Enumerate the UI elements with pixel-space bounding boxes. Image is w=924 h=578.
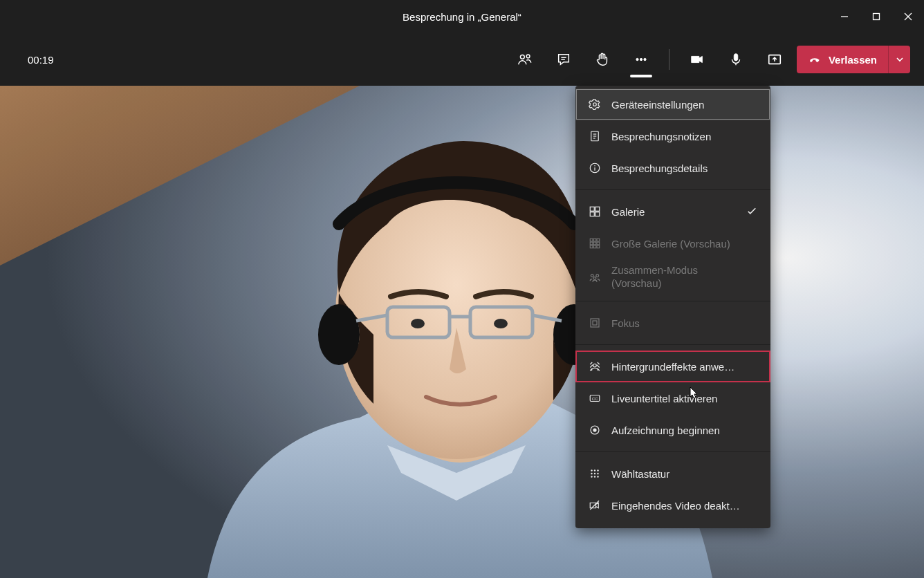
svg-point-49 bbox=[591, 274, 593, 277]
menu-meeting-details[interactable]: Besprechungsdetails bbox=[575, 152, 770, 184]
svg-rect-43 bbox=[590, 242, 593, 245]
grid-3x3-icon bbox=[588, 236, 602, 250]
close-button[interactable] bbox=[892, 0, 924, 33]
title-bar: Besprechung in „General“ bbox=[0, 0, 924, 33]
menu-background-effects[interactable]: Hintergrundeffekte anwe… bbox=[575, 351, 770, 382]
menu-label: Besprechungsnotizen bbox=[611, 131, 758, 142]
leave-dropdown[interactable] bbox=[888, 46, 910, 73]
check-icon bbox=[746, 205, 758, 219]
more-actions-button[interactable] bbox=[625, 43, 658, 76]
menu-together-mode: Zusammen-Modus (Vorschau) bbox=[575, 259, 770, 295]
menu-label: Eingehendes Video deakt… bbox=[611, 500, 758, 512]
svg-point-9 bbox=[640, 58, 642, 60]
menu-focus: Fokus bbox=[575, 307, 770, 339]
svg-point-27 bbox=[494, 319, 508, 328]
focus-icon bbox=[588, 316, 602, 330]
svg-point-51 bbox=[593, 277, 596, 280]
video-off-icon bbox=[588, 498, 602, 512]
menu-label: Große Galerie (Vorschau) bbox=[611, 238, 758, 250]
record-icon bbox=[588, 423, 602, 437]
svg-rect-44 bbox=[593, 242, 596, 245]
svg-rect-36 bbox=[590, 207, 594, 211]
menu-label: Fokus bbox=[611, 317, 758, 329]
svg-point-66 bbox=[594, 469, 595, 471]
menu-large-gallery: Große Galerie (Vorschau) bbox=[575, 227, 770, 259]
svg-point-4 bbox=[520, 55, 524, 59]
control-bar: 00:19 bbox=[0, 33, 924, 86]
menu-meeting-notes[interactable]: Besprechungsnotizen bbox=[575, 120, 770, 152]
svg-point-28 bbox=[593, 103, 597, 106]
dialpad-icon bbox=[588, 467, 602, 481]
svg-point-10 bbox=[644, 58, 646, 60]
svg-rect-48 bbox=[597, 245, 600, 248]
leave-label: Verlassen bbox=[829, 54, 877, 66]
chevron-down-icon bbox=[896, 55, 904, 64]
svg-text:CC: CC bbox=[592, 397, 598, 401]
svg-rect-11 bbox=[734, 54, 738, 61]
menu-disable-incoming-video[interactable]: Eingehendes Video deakt… bbox=[575, 490, 770, 521]
menu-label: Liveuntertitel aktivieren bbox=[611, 393, 758, 404]
menu-separator bbox=[575, 301, 770, 301]
svg-rect-42 bbox=[597, 239, 600, 241]
svg-point-26 bbox=[411, 319, 425, 328]
svg-rect-45 bbox=[597, 242, 600, 245]
more-actions-menu: Geräteeinstellungen Besprechungsnotizen … bbox=[575, 86, 770, 528]
svg-rect-38 bbox=[590, 212, 594, 216]
svg-point-54 bbox=[593, 364, 597, 367]
svg-point-35 bbox=[594, 165, 595, 167]
participant-video bbox=[0, 86, 924, 578]
cc-icon: CC bbox=[588, 391, 602, 405]
separator bbox=[669, 49, 669, 70]
mic-button[interactable] bbox=[719, 43, 752, 76]
call-timer: 00:19 bbox=[28, 54, 54, 66]
raise-hand-button[interactable] bbox=[586, 43, 619, 76]
svg-line-59 bbox=[597, 365, 600, 368]
svg-line-58 bbox=[598, 362, 600, 364]
svg-rect-40 bbox=[590, 239, 593, 241]
menu-label: Wähltastatur bbox=[611, 468, 758, 480]
leave-button[interactable]: Verlassen bbox=[797, 46, 910, 73]
chat-button[interactable] bbox=[547, 43, 580, 76]
menu-dialpad[interactable]: Wähltastatur bbox=[575, 458, 770, 490]
people-button[interactable] bbox=[508, 43, 542, 76]
svg-point-67 bbox=[597, 469, 598, 471]
svg-rect-53 bbox=[593, 321, 597, 325]
menu-label: Besprechungsdetails bbox=[611, 162, 758, 174]
svg-rect-46 bbox=[590, 245, 593, 248]
svg-point-71 bbox=[591, 476, 592, 477]
hangup-icon bbox=[808, 53, 822, 66]
gear-icon bbox=[588, 97, 602, 111]
menu-label: Zusammen-Modus bbox=[611, 264, 758, 277]
menu-label: Geräteeinstellungen bbox=[611, 99, 758, 111]
svg-point-65 bbox=[591, 469, 592, 471]
svg-point-69 bbox=[594, 473, 595, 474]
together-icon bbox=[588, 270, 602, 284]
grid-2x2-icon bbox=[588, 205, 602, 218]
svg-rect-1 bbox=[874, 14, 880, 20]
camera-button[interactable] bbox=[681, 43, 714, 76]
menu-label: Aufzeichnung beginnen bbox=[611, 425, 758, 436]
window-title: Besprechung in „General“ bbox=[403, 11, 521, 23]
svg-point-68 bbox=[591, 473, 592, 474]
background-effects-icon bbox=[588, 360, 602, 373]
menu-live-captions[interactable]: CC Liveuntertitel aktivieren bbox=[575, 382, 770, 414]
notes-icon bbox=[588, 129, 602, 143]
svg-rect-37 bbox=[595, 207, 600, 211]
maximize-button[interactable] bbox=[860, 0, 892, 33]
info-icon bbox=[588, 161, 602, 175]
svg-point-8 bbox=[636, 58, 638, 60]
share-button[interactable] bbox=[758, 43, 791, 76]
svg-point-19 bbox=[318, 304, 360, 365]
svg-point-64 bbox=[593, 428, 596, 431]
menu-gallery[interactable]: Galerie bbox=[575, 196, 770, 227]
svg-rect-41 bbox=[593, 239, 596, 241]
menu-device-settings[interactable]: Geräteeinstellungen bbox=[575, 88, 770, 120]
menu-start-recording[interactable]: Aufzeichnung beginnen bbox=[575, 414, 770, 446]
menu-separator bbox=[575, 451, 770, 452]
svg-rect-47 bbox=[593, 245, 596, 248]
menu-label: Hintergrundeffekte anwe… bbox=[611, 361, 758, 373]
menu-separator bbox=[575, 344, 770, 345]
svg-point-73 bbox=[597, 476, 598, 477]
svg-point-70 bbox=[597, 473, 598, 474]
minimize-button[interactable] bbox=[829, 0, 860, 33]
